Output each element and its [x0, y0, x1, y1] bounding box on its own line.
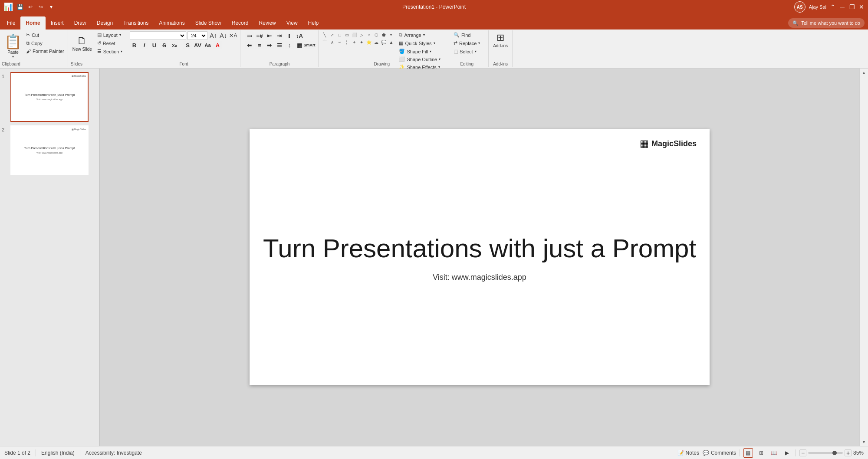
arrange-button[interactable]: ⧉ Arrange ▾ [397, 31, 442, 39]
shape-btn-4[interactable]: ▭ [343, 31, 350, 38]
new-slide-button[interactable]: 🗋 New Slide [71, 34, 94, 52]
char-spacing-btn[interactable]: AV [193, 41, 202, 49]
shape-btn-13[interactable]: ⌣ [336, 39, 343, 46]
notes-button[interactable]: 📝 Notes [677, 450, 699, 456]
shape-btn-11[interactable]: ⌒ [321, 39, 328, 46]
slide-sorter-btn[interactable]: ⊞ [756, 448, 766, 458]
slide-item-1[interactable]: 1 ▦MagicSlides Turn Presentations with j… [2, 72, 98, 122]
tab-slideshow[interactable]: Slide Show [190, 16, 227, 30]
reading-view-btn[interactable]: 📖 [769, 448, 779, 458]
shape-btn-15[interactable]: + [351, 39, 358, 46]
shape-btn-19[interactable]: 💬 [380, 39, 387, 46]
shape-btn-16[interactable]: ✦ [358, 39, 365, 46]
format-painter-button[interactable]: 🖌 Format Painter [24, 48, 66, 55]
subscript-btn[interactable]: x₂ [170, 41, 178, 49]
shape-btn-17[interactable]: ⭐ [365, 39, 372, 46]
addins-button[interactable]: ⊞ Add-ins [491, 31, 510, 49]
restore-btn[interactable]: ❐ [849, 4, 855, 10]
align-left-btn[interactable]: ⬅ [245, 41, 254, 49]
scroll-down-arrow[interactable]: ▼ [862, 439, 866, 444]
section-button[interactable]: ☰ Section ▾ [95, 48, 125, 55]
clear-format-btn[interactable]: ✕A [229, 31, 237, 40]
font-family-select[interactable] [130, 31, 186, 40]
customize-quick-btn[interactable]: ▾ [47, 3, 56, 11]
shape-btn-1[interactable]: ╲ [321, 31, 328, 38]
tab-animations[interactable]: Animations [154, 16, 190, 30]
shape-outline-button[interactable]: ⬜ Shape Outline ▾ [397, 56, 442, 63]
comments-button[interactable]: 💬 Comments [703, 450, 736, 456]
tab-file[interactable]: File [2, 16, 20, 30]
shapes-more-btn[interactable]: ▾ [388, 31, 395, 38]
font-size-increase-btn[interactable]: A↑ [209, 31, 217, 40]
paste-button[interactable]: 📋 Paste ▾ [2, 31, 24, 61]
save-quick-btn[interactable]: 💾 [16, 3, 24, 11]
shape-btn-8[interactable]: ⬡ [373, 31, 380, 38]
columns-btn[interactable]: ⫿ [285, 31, 294, 40]
user-avatar[interactable]: AS [794, 1, 806, 13]
quick-styles-button[interactable]: ▦ Quick Styles ▾ [397, 39, 442, 47]
font-size-select[interactable]: 24 [187, 31, 207, 40]
tab-view[interactable]: View [281, 16, 303, 30]
minimize-btn[interactable]: ─ [839, 4, 845, 10]
shape-btn-3[interactable]: □ [336, 31, 343, 38]
accessibility-label[interactable]: Accessibility: Investigate [85, 450, 142, 456]
slide-thumb-1[interactable]: ▦MagicSlides Turn Presentations with jus… [10, 72, 89, 122]
bold-btn[interactable]: B [130, 41, 138, 49]
select-button[interactable]: ⬚ Select ▾ [452, 48, 482, 55]
tab-design[interactable]: Design [92, 16, 118, 30]
replace-button[interactable]: ⇄ Replace ▾ [452, 39, 482, 47]
convert-smartart-btn[interactable]: SmArt [305, 41, 314, 49]
find-button[interactable]: 🔍 Find [452, 31, 482, 39]
scroll-up-arrow[interactable]: ▲ [862, 70, 866, 75]
close-btn[interactable]: ✕ [858, 4, 865, 10]
decrease-indent-btn[interactable]: ⇤ [265, 31, 274, 40]
slideshow-view-btn[interactable]: ▶ [783, 448, 792, 458]
font-color-btn[interactable]: A [213, 41, 222, 49]
zoom-slider[interactable] [808, 452, 843, 454]
shape-btn-18[interactable]: ☁ [373, 39, 380, 46]
increase-indent-btn[interactable]: ⇥ [275, 31, 284, 40]
align-center-btn[interactable]: ≡ [255, 41, 264, 49]
zoom-level-label[interactable]: 85% [853, 450, 864, 456]
slide-item-2[interactable]: 2 ▦MagicSlides Turn Presentations with j… [2, 125, 98, 175]
shape-btn-9[interactable]: ⬟ [380, 31, 387, 38]
align-right-btn[interactable]: ➡ [265, 41, 274, 49]
shape-btn-5[interactable]: ⬜ [351, 31, 358, 38]
copy-button[interactable]: ⧉ Copy [24, 39, 66, 47]
shape-btn-20[interactable]: ▲ [388, 39, 395, 46]
tab-insert[interactable]: Insert [46, 16, 69, 30]
columns2-btn[interactable]: ▦ [295, 41, 304, 49]
text-direction-btn[interactable]: ↕A [295, 31, 304, 40]
slide-subtitle[interactable]: Visit: www.magicslides.app [433, 273, 526, 282]
numbering-btn[interactable]: ≡# [255, 31, 264, 40]
shape-btn-7[interactable]: ○ [365, 31, 372, 38]
shape-btn-2[interactable]: ↗ [329, 31, 335, 38]
zoom-out-btn[interactable]: − [799, 449, 806, 456]
shape-btn-6[interactable]: ▷ [358, 31, 365, 38]
text-shadow-btn[interactable]: S [183, 41, 192, 49]
reset-button[interactable]: ↺ Reset [95, 39, 125, 47]
tab-review[interactable]: Review [253, 16, 281, 30]
tab-draw[interactable]: Draw [69, 16, 92, 30]
italic-btn[interactable]: I [140, 41, 148, 49]
cut-button[interactable]: ✂ Cut [24, 31, 66, 39]
tab-record[interactable]: Record [227, 16, 254, 30]
normal-view-btn[interactable]: ▤ [743, 448, 753, 458]
slide-main-title[interactable]: Turn Presentations with just a Prompt [263, 233, 696, 264]
line-spacing-btn[interactable]: ↕ [285, 41, 294, 49]
zoom-in-btn[interactable]: + [845, 449, 852, 456]
tab-transitions[interactable]: Transitions [118, 16, 154, 30]
tab-home[interactable]: Home [20, 16, 45, 30]
ribbon-collapse-btn[interactable]: ⌃ [830, 4, 836, 10]
shape-fill-button[interactable]: 🪣 Shape Fill ▾ [397, 48, 442, 55]
font-size-change-btn[interactable]: Aa [203, 41, 212, 49]
strikethrough-btn[interactable]: S [160, 41, 168, 49]
shape-btn-14[interactable]: ⟩ [343, 39, 350, 46]
layout-button[interactable]: ▤ Layout ▾ [95, 31, 125, 39]
undo-quick-btn[interactable]: ↩ [26, 3, 35, 11]
bullets-btn[interactable]: ≡• [245, 31, 254, 40]
slide-thumb-2[interactable]: ▦MagicSlides Turn Presentations with jus… [10, 125, 89, 175]
redo-quick-btn[interactable]: ↪ [36, 3, 45, 11]
paste-dropdown-icon[interactable]: ▾ [12, 55, 14, 59]
underline-btn[interactable]: U [150, 41, 158, 49]
